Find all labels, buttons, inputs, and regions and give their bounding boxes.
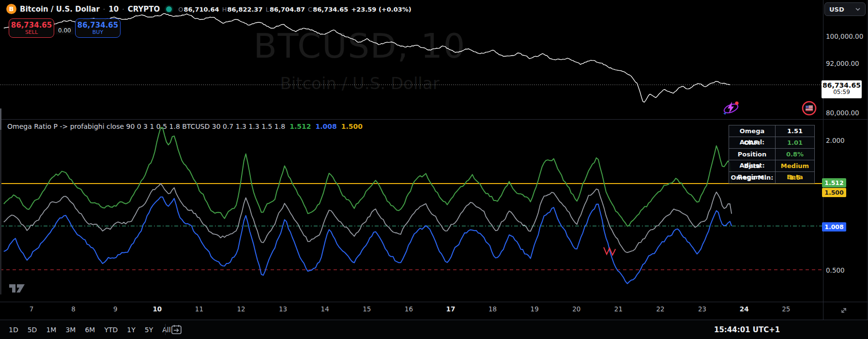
indicator-stats-table: Omega Actual:1.51OAF:1.01Position Adjust… <box>729 125 815 184</box>
range-button-ytd[interactable]: YTD <box>104 326 118 334</box>
time-axis-label: 8 <box>63 305 84 313</box>
low-value: 86,704.87 <box>270 6 305 13</box>
spread-value: 0.00 <box>56 27 74 34</box>
symbol-header: B Bitcoin / U.S. Dollar · 10 · CRYPTO O8… <box>6 4 411 14</box>
symbol-name[interactable]: Bitcoin / U.S. Dollar <box>20 5 100 14</box>
stats-label: Beta Regime: <box>729 160 776 171</box>
pane-divider[interactable] <box>0 119 868 120</box>
pane-scroll-track <box>0 130 1 294</box>
stats-row: Beta Regime:Medium Beta <box>729 160 814 171</box>
stats-row: Omega Min:1.5 <box>729 171 814 183</box>
stats-label: OAF: <box>729 137 776 148</box>
stats-value: 1.5 <box>776 172 814 183</box>
time-axis-label: 22 <box>650 305 671 313</box>
stats-row: OAF:1.01 <box>729 137 814 148</box>
time-axis-label: 12 <box>230 305 252 313</box>
separator-dot: · <box>103 5 105 13</box>
close-value: 86,734.65 <box>313 6 348 13</box>
go-to-date-icon[interactable] <box>171 324 183 335</box>
indicator-title: Omega Ratio P -> profabighi close 90 0 3… <box>7 123 285 130</box>
time-axis-label: 15 <box>356 305 378 313</box>
time-axis-label: 10 <box>147 305 168 313</box>
range-button-5d[interactable]: 5D <box>28 326 37 334</box>
time-axis-label: 9 <box>105 305 126 313</box>
indicator-value: 1.500 <box>341 123 363 130</box>
stats-row: Omega Actual:1.51 <box>729 125 814 137</box>
buy-label: BUY <box>76 29 120 35</box>
time-axis-label: 16 <box>398 305 419 313</box>
interval-value[interactable]: 10 <box>108 5 119 14</box>
currency-select[interactable]: USD <box>824 2 866 16</box>
indicator-title-row[interactable]: Omega Ratio P -> profabighi close 90 0 3… <box>7 123 363 130</box>
time-axis-label: 21 <box>608 305 629 313</box>
stats-row: Position Adjust:0.8% <box>729 148 814 160</box>
time-axis-label: 24 <box>733 305 755 313</box>
sell-price: 86,734.65 <box>9 21 54 30</box>
clock[interactable]: 15:44:01 UTC+1 <box>714 320 780 339</box>
time-axis-label: 18 <box>482 305 503 313</box>
price-axis-label: 80,000.00 <box>826 109 859 117</box>
range-button-1y[interactable]: 1Y <box>127 326 135 334</box>
indicator-value: 1.512 <box>289 123 311 130</box>
chevron-down-icon <box>855 7 861 11</box>
open-label: O <box>178 6 183 13</box>
trading-chart-app: BTCUSD, 10 Bitcoin / U.S. Dollar B Bitco… <box>0 0 868 339</box>
low-label: L <box>266 6 269 13</box>
range-buttons: 1D5D1M3M6MYTD1Y5YAll <box>9 320 171 339</box>
buy-button[interactable]: 86,734.65 BUY <box>75 18 121 38</box>
range-button-3m[interactable]: 3M <box>65 326 76 334</box>
open-value: 86,710.64 <box>183 6 219 13</box>
price-axis-label: 100,000.00 <box>826 32 863 40</box>
tradingview-logo[interactable] <box>9 282 26 294</box>
buy-price: 86,734.65 <box>76 21 120 30</box>
indicator-value: 1.008 <box>315 123 336 130</box>
last-price-time: 05:59 <box>822 89 862 95</box>
currency-value: USD <box>829 6 844 13</box>
time-axis-label: 19 <box>524 305 545 313</box>
range-button-1d[interactable]: 1D <box>9 326 18 334</box>
indicator-axis-label: 2.000 <box>826 137 845 144</box>
time-axis-label: 25 <box>776 305 797 313</box>
orbit-lightning-icon[interactable] <box>721 98 741 117</box>
stats-label: Position Adjust: <box>729 149 776 160</box>
indicator-axis-label: 0.500 <box>826 266 845 274</box>
stats-label: Omega Actual: <box>729 125 776 137</box>
us-economic-event-icon[interactable] <box>801 100 817 116</box>
stats-value: 0.8% <box>776 149 814 160</box>
stats-value: Medium Beta <box>776 160 814 171</box>
time-axis-label: 7 <box>21 305 42 313</box>
indicator-axis-price-box: 1.008 <box>822 222 846 231</box>
toolbar-divider <box>165 324 166 335</box>
range-button-6m[interactable]: 6M <box>85 326 95 334</box>
separator-dot: · <box>122 5 124 13</box>
stats-value: 1.51 <box>776 125 814 137</box>
time-axis-label: 20 <box>566 305 587 313</box>
stats-value: 1.01 <box>776 137 814 148</box>
last-price-value: 86,734.65 <box>822 81 862 89</box>
bottom-toolbar: 1D5D1M3M6MYTD1Y5YAll 15:44:01 UTC+1 <box>0 320 868 339</box>
time-axis-label: 23 <box>692 305 713 313</box>
time-axis-label: 11 <box>188 305 210 313</box>
close-label: C <box>308 6 312 13</box>
change-value: +23.59 (+0.03%) <box>351 6 411 13</box>
pane-scroll-handle[interactable] <box>0 108 1 130</box>
market-status-dot[interactable] <box>166 6 172 12</box>
last-price-box[interactable]: 86,734.65 05:59 <box>822 80 862 98</box>
sell-button[interactable]: 86,734.65 SELL <box>9 18 54 38</box>
exchange-name[interactable]: CRYPTO <box>128 5 160 14</box>
high-label: H <box>222 6 227 13</box>
right-edge-line <box>867 0 868 320</box>
price-axis-border <box>823 0 823 320</box>
indicator-values: 1.5121.0081.500 <box>285 123 363 130</box>
sell-label: SELL <box>9 29 54 35</box>
range-button-all[interactable]: All <box>162 326 170 334</box>
price-axis-label: 92,000.00 <box>826 60 859 67</box>
time-axis-border <box>0 302 868 302</box>
range-button-5y[interactable]: 5Y <box>145 326 153 334</box>
bitcoin-icon: B <box>6 4 16 14</box>
time-axis-label: 17 <box>440 305 461 313</box>
time-axis-label: 14 <box>314 305 335 313</box>
high-value: 86,822.37 <box>227 6 262 13</box>
range-button-1m[interactable]: 1M <box>46 326 56 334</box>
expand-arrows-icon[interactable] <box>839 306 848 315</box>
